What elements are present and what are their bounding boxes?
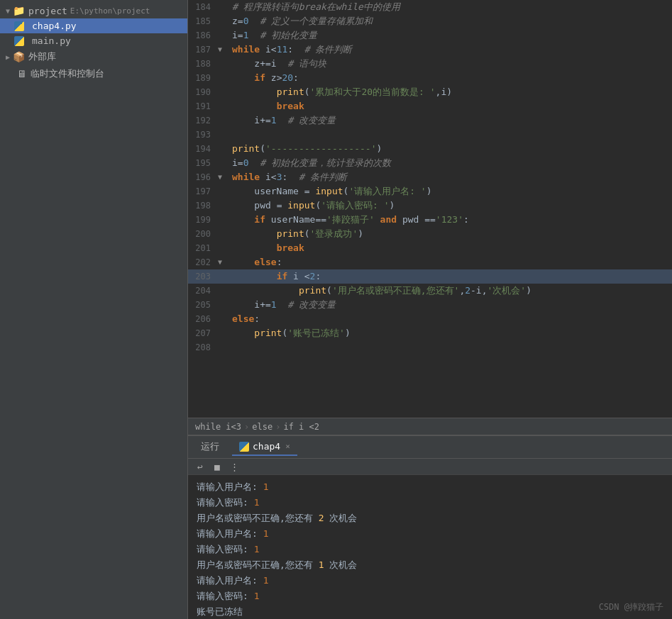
line-content: i+=1 # 改变变量 (229, 113, 672, 128)
fold-arrow[interactable] (218, 71, 229, 85)
fold-arrow[interactable] (218, 113, 229, 128)
line-number: 187 (188, 43, 218, 57)
line-number: 207 (188, 326, 218, 340)
line-content: z+=i # 语句块 (229, 57, 672, 71)
terminal-line-6: 请输入用户名: 1 (197, 573, 663, 589)
line-content: z=0 # 定义一个变量存储累加和 (229, 14, 672, 28)
fold-arrow[interactable] (218, 213, 229, 227)
fold-arrow[interactable] (218, 57, 229, 71)
fold-arrow[interactable] (218, 199, 229, 213)
line-content: if i <2: (229, 269, 672, 284)
editor: 184# 程序跳转语句break在while中的使用185z=0 # 定义一个变… (188, 0, 672, 435)
fold-arrow[interactable] (218, 156, 229, 170)
line-number: 206 (188, 312, 218, 326)
line-content: print('登录成功') (229, 227, 672, 241)
line-number: 190 (188, 85, 218, 99)
stop-button[interactable]: ■ (211, 460, 224, 473)
line-content (229, 340, 672, 355)
python-icon-tab (239, 442, 249, 452)
terminal-line-1: 请输入密码: 1 (197, 495, 663, 511)
line-content: i=0 # 初始化变量，统计登录的次数 (229, 156, 672, 170)
python-icon-main (14, 36, 24, 46)
run-tab[interactable]: 运行 (194, 437, 226, 457)
input-label: 请输入用户名: (197, 575, 263, 586)
fold-arrow[interactable] (218, 142, 229, 156)
fold-arrow[interactable] (218, 298, 229, 312)
code-line-194: 194print('------------------') (188, 142, 672, 156)
input-label: 请输入密码: (197, 544, 254, 554)
main-area: 184# 程序跳转语句break在while中的使用185z=0 # 定义一个变… (188, 0, 672, 619)
fold-arrow[interactable] (218, 85, 229, 99)
fold-arrow[interactable]: ▼ (218, 255, 229, 269)
code-line-200: 200 print('登录成功') (188, 227, 672, 241)
code-line-191: 191 break (188, 99, 672, 113)
fold-arrow[interactable] (218, 227, 229, 241)
line-content: if userName=='捧跤猫子' and pwd =='123': (229, 213, 672, 227)
sidebar-project-root[interactable]: ▼ 📁 project E:\python\project (0, 3, 187, 18)
chap4-tab[interactable]: chap4 × (232, 438, 297, 456)
code-line-190: 190 print('累加和大于20的当前数是: ',i) (188, 85, 672, 99)
line-content: break (229, 241, 672, 255)
line-number: 191 (188, 99, 218, 113)
line-number: 194 (188, 142, 218, 156)
terminal-tabs: 运行 chap4 × (188, 436, 672, 459)
arrow-icon-extlibs: ▶ (6, 53, 10, 61)
code-line-189: 189 if z>20: (188, 71, 672, 85)
fold-arrow[interactable] (218, 184, 229, 199)
sidebar-item-main[interactable]: main.py (0, 33, 187, 48)
fold-arrow[interactable] (218, 340, 229, 355)
watermark: CSDN @摔跤猫子 (599, 601, 663, 613)
sidebar-item-tempfiles[interactable]: 🖥 临时文件和控制台 (0, 65, 187, 82)
code-line-195: 195i=0 # 初始化变量，统计登录的次数 (188, 156, 672, 170)
code-line-185: 185z=0 # 定义一个变量存储累加和 (188, 14, 672, 28)
fold-arrow[interactable] (218, 284, 229, 298)
input-value: 1 (254, 544, 260, 554)
code-line-203: 203 if i <2: (188, 269, 672, 284)
ext-icon: 📦 (13, 51, 25, 62)
fold-arrow[interactable]: ▼ (218, 43, 229, 57)
line-number: 189 (188, 71, 218, 85)
sidebar-item-chap4[interactable]: chap4.py (0, 18, 187, 33)
input-value: 1 (263, 528, 269, 539)
rerun-button[interactable]: ↩ (194, 460, 206, 473)
fold-arrow[interactable]: ▼ (218, 170, 229, 184)
fold-arrow[interactable] (218, 128, 229, 142)
fold-arrow[interactable] (218, 241, 229, 255)
line-content: pwd = input('请输入密码: ') (229, 199, 672, 213)
terminal-line-7: 请输入密码: 1 (197, 589, 663, 604)
fold-arrow[interactable] (218, 0, 229, 14)
fold-arrow[interactable] (218, 312, 229, 326)
input-label: 请输入密码: (197, 497, 254, 508)
fold-arrow[interactable] (218, 28, 229, 43)
code-line-206: 206else: (188, 312, 672, 326)
chap4-label: chap4.py (32, 21, 77, 31)
code-line-201: 201 break (188, 241, 672, 255)
more-button[interactable]: ⋮ (228, 460, 241, 473)
arrow-icon: ▼ (6, 7, 10, 15)
terminal-toolbar: ↩ ■ ⋮ (188, 459, 672, 475)
line-number: 203 (188, 269, 218, 284)
line-number: 184 (188, 0, 218, 14)
code-line-204: 204 print('用户名或密码不正确,您还有',2-i,'次机会') (188, 284, 672, 298)
terminal-line-3: 请输入用户名: 1 (197, 526, 663, 542)
line-content: while i<11: # 条件判断 (229, 43, 672, 57)
line-content: while i<3: # 条件判断 (229, 170, 672, 184)
sidebar-item-extlibs[interactable]: ▶ 📦 外部库 (0, 48, 187, 65)
line-number: 199 (188, 213, 218, 227)
line-content: i=1 # 初始化变量 (229, 28, 672, 43)
fold-arrow[interactable] (218, 14, 229, 28)
breadcrumb-item-2: else (252, 422, 272, 432)
line-content: if z>20: (229, 71, 672, 85)
terminal-line-2: 用户名或密码不正确,您还有 2 次机会 (197, 511, 663, 526)
tempfiles-label: 临时文件和控制台 (31, 67, 104, 80)
line-number: 188 (188, 57, 218, 71)
line-number: 197 (188, 184, 218, 199)
fold-arrow[interactable] (218, 326, 229, 340)
folder-icon: 📁 (13, 5, 25, 16)
fold-arrow[interactable] (218, 269, 229, 284)
line-content: break (229, 99, 672, 113)
close-icon[interactable]: × (285, 442, 290, 451)
fold-arrow[interactable] (218, 99, 229, 113)
line-number: 198 (188, 199, 218, 213)
terminal-line-5: 用户名或密码不正确,您还有 1 次机会 (197, 557, 663, 573)
